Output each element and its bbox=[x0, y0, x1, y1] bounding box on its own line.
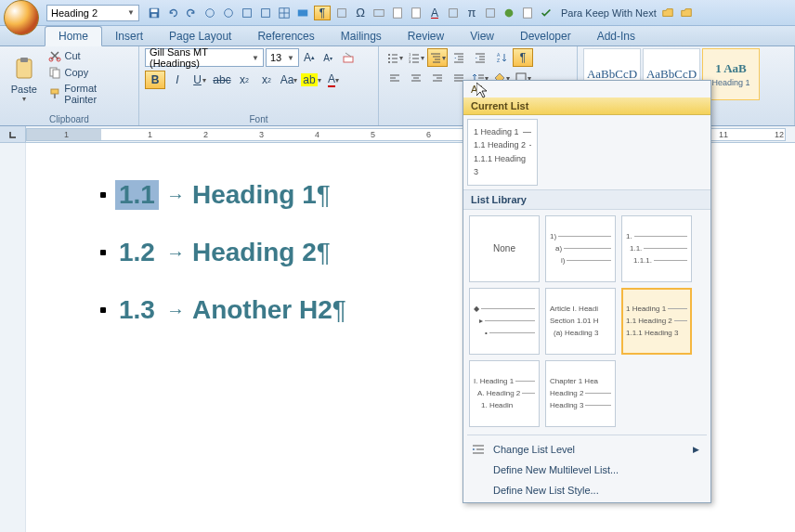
strikethrough-button[interactable]: abc bbox=[212, 71, 232, 89]
office-button[interactable] bbox=[4, 0, 39, 35]
quick-access-toolbar: ¶ Ω A π Para Keep With Next bbox=[147, 6, 694, 20]
tab-arrow-icon: → bbox=[166, 242, 185, 264]
font-color-button[interactable]: A▾ bbox=[323, 71, 344, 89]
folder-icon[interactable] bbox=[660, 6, 675, 20]
align-right-button[interactable] bbox=[427, 69, 448, 87]
svg-rect-26 bbox=[53, 94, 55, 98]
submenu-arrow-icon: ▶ bbox=[693, 445, 699, 454]
define-list-style-item[interactable]: Define New List Style... bbox=[463, 480, 710, 500]
numbering-button[interactable]: 123▾ bbox=[406, 48, 426, 67]
tab-view[interactable]: View bbox=[457, 27, 507, 45]
shrink-font-icon[interactable]: A▾ bbox=[319, 48, 336, 67]
underline-button[interactable]: U▾ bbox=[189, 71, 210, 89]
italic-button[interactable]: I bbox=[167, 71, 188, 89]
copy-button[interactable]: Copy bbox=[46, 65, 134, 80]
svg-rect-12 bbox=[374, 9, 384, 16]
change-list-level-item[interactable]: Change List Level ▶ bbox=[463, 439, 710, 460]
para-keep-label[interactable]: Para Keep With Next bbox=[561, 7, 657, 19]
heading-number: 1.3 bbox=[115, 295, 159, 325]
tab-page-layout[interactable]: Page Layout bbox=[156, 27, 244, 45]
qat-icon[interactable] bbox=[520, 6, 535, 20]
tab-addins[interactable]: Add-Ins bbox=[584, 27, 648, 45]
tab-insert[interactable]: Insert bbox=[102, 27, 156, 45]
qat-icon[interactable] bbox=[502, 6, 516, 20]
qat-icon[interactable] bbox=[240, 6, 254, 20]
align-left-button[interactable] bbox=[384, 69, 405, 87]
group-label: Clipboard bbox=[6, 114, 133, 125]
list-option[interactable]: 1. 1.1. 1.1.1. bbox=[621, 215, 692, 282]
save-icon[interactable] bbox=[147, 6, 162, 20]
table-icon[interactable] bbox=[277, 6, 292, 20]
tab-home[interactable]: Home bbox=[45, 26, 102, 46]
bullet-icon bbox=[100, 250, 106, 255]
svg-rect-5 bbox=[243, 8, 252, 17]
tab-review[interactable]: Review bbox=[395, 27, 457, 45]
current-list-preview[interactable]: 1 Heading 1 1.1 Heading 2 1.1.1 Heading … bbox=[467, 119, 538, 186]
omega-icon[interactable]: Ω bbox=[353, 6, 368, 20]
style-dropdown[interactable]: Heading 2▼ bbox=[46, 5, 139, 21]
superscript-button[interactable]: x2 bbox=[256, 71, 277, 89]
decrease-indent-button[interactable] bbox=[449, 48, 469, 67]
folder-icon[interactable] bbox=[679, 6, 694, 20]
check-icon[interactable] bbox=[539, 6, 554, 20]
qat-icon[interactable] bbox=[371, 6, 386, 20]
qat-icon[interactable] bbox=[221, 6, 236, 20]
list-option[interactable]: ◆ ▸ • bbox=[469, 288, 540, 355]
tab-mailings[interactable]: Mailings bbox=[328, 27, 395, 45]
list-option-none[interactable]: None bbox=[469, 215, 540, 282]
highlight-button[interactable]: ab▾ bbox=[301, 71, 321, 89]
change-case-button[interactable]: Aa▾ bbox=[279, 71, 299, 89]
show-marks-button[interactable]: ¶ bbox=[513, 48, 533, 67]
qat-icon[interactable] bbox=[390, 6, 405, 20]
qat-icon[interactable] bbox=[409, 6, 424, 20]
heading-text: Heading 1 bbox=[192, 180, 317, 210]
svg-rect-2 bbox=[151, 13, 156, 17]
clear-format-icon[interactable] bbox=[338, 48, 358, 67]
font-size-dropdown[interactable]: 13▼ bbox=[266, 48, 299, 67]
redo-icon[interactable] bbox=[184, 6, 199, 20]
multilevel-list-button[interactable]: ▾ bbox=[427, 48, 448, 67]
font-color-icon[interactable]: A bbox=[427, 6, 442, 20]
heading-number: 1.1 bbox=[115, 180, 159, 210]
list-option[interactable]: 1 Heading 1 1.1 Heading 2 1.1.1 Heading … bbox=[621, 288, 692, 355]
tab-developer[interactable]: Developer bbox=[507, 27, 584, 45]
svg-rect-16 bbox=[487, 8, 495, 17]
list-option[interactable]: I. Heading 1 A. Heading 2 1. Headin bbox=[469, 360, 540, 427]
format-painter-button[interactable]: Format Painter bbox=[46, 82, 134, 106]
list-option[interactable]: Chapter 1 Hea Heading 2 Heading 3 bbox=[545, 360, 616, 427]
qat-icon[interactable] bbox=[295, 6, 310, 20]
bullets-button[interactable]: ▾ bbox=[384, 48, 405, 67]
subscript-button[interactable]: x2 bbox=[234, 71, 254, 89]
align-center-button[interactable] bbox=[406, 69, 426, 87]
list-option[interactable]: Article I. Headi Section 1.01 H (a) Head… bbox=[545, 288, 616, 355]
pi-icon[interactable]: π bbox=[464, 6, 479, 20]
increase-indent-button[interactable] bbox=[470, 48, 490, 67]
tab-selector[interactable] bbox=[0, 126, 26, 142]
pilcrow-icon[interactable]: ¶ bbox=[314, 6, 331, 20]
grow-font-icon[interactable]: A▴ bbox=[301, 48, 318, 67]
define-multilevel-item[interactable]: Define New Multilevel List... bbox=[463, 460, 710, 480]
qat-icon[interactable] bbox=[483, 6, 498, 20]
qat-icon[interactable] bbox=[258, 6, 273, 20]
qat-icon[interactable] bbox=[202, 6, 217, 20]
bold-button[interactable]: B bbox=[145, 71, 165, 89]
vertical-ruler[interactable] bbox=[0, 143, 26, 532]
bullet-icon bbox=[100, 307, 106, 313]
undo-icon[interactable] bbox=[165, 6, 180, 20]
qat-icon[interactable] bbox=[334, 6, 349, 20]
cut-button[interactable]: Cut bbox=[46, 48, 134, 63]
paste-button[interactable]: Paste ▾ bbox=[6, 48, 43, 110]
qat-icon[interactable] bbox=[446, 6, 461, 20]
dropdown-menu: Change List Level ▶ Define New Multileve… bbox=[463, 437, 710, 502]
dropdown-all-label[interactable]: All bbox=[463, 81, 710, 97]
sort-button[interactable]: AZ bbox=[491, 48, 512, 67]
svg-rect-27 bbox=[344, 57, 353, 62]
svg-rect-25 bbox=[50, 89, 58, 94]
tab-arrow-icon: → bbox=[166, 300, 185, 321]
font-name-dropdown[interactable]: Gill Sans MT (Headings)▼ bbox=[145, 48, 264, 67]
svg-point-28 bbox=[388, 54, 390, 56]
tab-references[interactable]: References bbox=[244, 27, 327, 45]
heading-text: Heading 2 bbox=[192, 238, 317, 267]
list-option[interactable]: 1) a) i) bbox=[545, 215, 616, 282]
heading-text: Another H2 bbox=[192, 295, 332, 325]
